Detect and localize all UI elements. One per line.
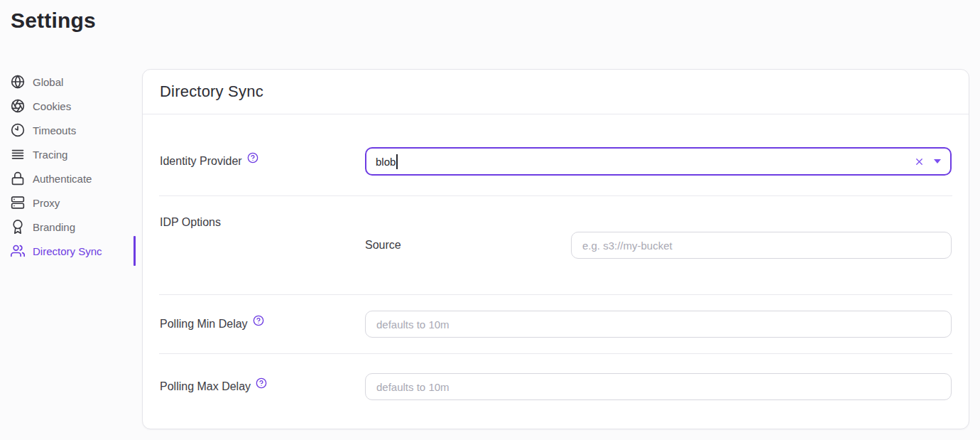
identity-provider-label-wrap: Identity Provider [160,155,365,168]
panel-header: Directory Sync [143,70,969,114]
sidebar-item-label: Branding [33,221,75,233]
idp-source-row: Source [365,232,952,259]
identity-provider-row: Identity Provider blob [143,114,969,195]
sidebar-item-label: Global [33,76,63,88]
help-icon[interactable] [253,315,264,326]
identity-provider-value: blob [376,156,396,168]
lines-icon [11,147,25,161]
award-icon [11,220,25,234]
sidebar-item-label: Authenticate [33,173,92,185]
sidebar-item-proxy[interactable]: Proxy [11,191,142,215]
idp-options-label: IDP Options [160,216,221,229]
users-icon [11,244,25,258]
sidebar-item-label: Tracing [33,149,67,161]
content: Global Cookies Timeouts Tracing Authenti… [0,65,980,429]
polling-max-delay-input[interactable] [365,373,952,400]
polling-max-delay-label: Polling Max Delay [160,380,251,393]
sidebar-item-authenticate[interactable]: Authenticate [11,166,142,191]
sidebar-item-tracing[interactable]: Tracing [11,142,142,166]
clock-icon [11,123,25,137]
help-icon[interactable] [256,377,267,389]
dropdown-arrow-icon[interactable] [934,159,941,163]
aperture-icon [11,99,25,113]
polling-min-delay-label: Polling Min Delay [160,318,248,331]
idp-options-row: IDP Options Source [143,196,969,294]
sidebar-item-global[interactable]: Global [11,70,142,94]
settings-sidebar: Global Cookies Timeouts Tracing Authenti… [11,65,142,263]
idp-options-label-wrap: IDP Options [160,216,365,229]
polling-min-delay-input[interactable] [365,311,952,338]
sidebar-item-timeouts[interactable]: Timeouts [11,118,142,142]
polling-min-delay-label-wrap: Polling Min Delay [160,318,365,331]
panel-title: Directory Sync [160,82,263,101]
source-label: Source [365,239,571,252]
text-caret [396,154,398,169]
sidebar-item-label: Timeouts [33,124,76,136]
page-title: Settings [11,9,980,33]
directory-sync-panel: Directory Sync Identity Provider blob [142,69,969,429]
lock-icon [11,171,25,186]
globe-icon [11,75,25,89]
sidebar-item-branding[interactable]: Branding [11,215,142,239]
sidebar-item-label: Directory Sync [33,245,102,257]
polling-max-delay-label-wrap: Polling Max Delay [160,380,365,393]
source-input[interactable] [571,232,952,259]
page-header: Settings [0,0,980,65]
polling-max-delay-row: Polling Max Delay [143,354,969,429]
server-icon [11,195,25,210]
clear-icon[interactable] [914,156,925,167]
polling-min-delay-row: Polling Min Delay [143,295,969,353]
help-icon[interactable] [247,152,258,163]
sidebar-item-cookies[interactable]: Cookies [11,94,142,118]
sidebar-item-label: Proxy [33,197,60,209]
sidebar-item-label: Cookies [33,100,71,112]
sidebar-item-directory-sync[interactable]: Directory Sync [11,239,142,263]
identity-provider-combobox[interactable]: blob [365,147,952,176]
identity-provider-label: Identity Provider [160,155,242,168]
